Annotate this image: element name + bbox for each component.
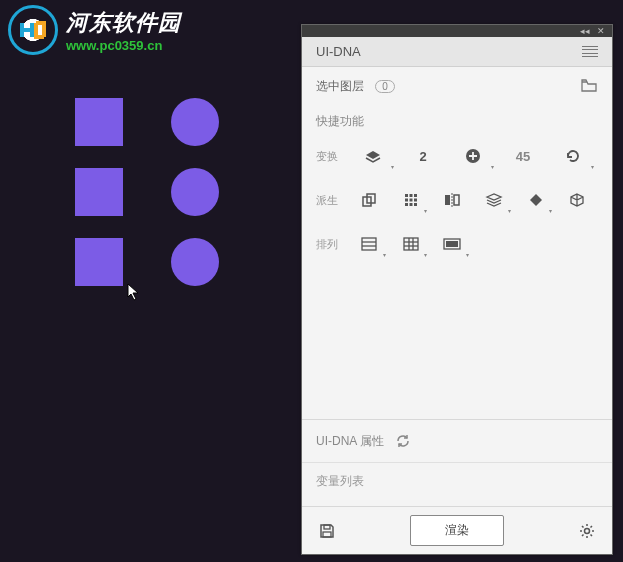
svg-rect-7 (409, 199, 412, 202)
shape-square[interactable] (75, 168, 123, 216)
shape-circle[interactable] (171, 168, 219, 216)
derive-mirror-button[interactable] (431, 184, 473, 216)
close-icon[interactable]: ✕ (596, 26, 606, 36)
svg-rect-11 (414, 203, 417, 206)
selected-layer-count: 0 (375, 80, 395, 93)
svg-rect-9 (405, 203, 408, 206)
derive-row: 派生 ▾ ▾ ▾ (302, 178, 612, 222)
panel-chrome: ◂◂ ✕ (302, 25, 612, 37)
derive-label: 派生 (316, 193, 348, 208)
svg-rect-24 (446, 241, 458, 247)
arrange-fit-button[interactable]: ▾ (431, 228, 473, 260)
quick-functions-label: 快捷功能 (302, 105, 612, 134)
shape-circle[interactable] (171, 98, 219, 146)
shape-circle[interactable] (171, 238, 219, 286)
save-icon[interactable] (316, 523, 338, 539)
render-button[interactable]: 渲染 (410, 515, 504, 546)
svg-rect-13 (454, 195, 459, 205)
svg-rect-10 (409, 203, 412, 206)
derive-grid-button[interactable]: ▾ (390, 184, 432, 216)
properties-header: UI-DNA 属性 (302, 420, 612, 462)
refresh-icon[interactable] (394, 432, 412, 450)
arrange-table-button[interactable]: ▾ (348, 228, 390, 260)
panel-tab-bar: UI-DNA (302, 37, 612, 67)
ui-dna-panel: ◂◂ ✕ UI-DNA 选中图层 0 快捷功能 变换 (301, 24, 613, 555)
watermark-logo (8, 5, 58, 55)
derive-diamond-button[interactable]: ▾ (515, 184, 557, 216)
svg-rect-15 (362, 238, 376, 250)
svg-point-27 (585, 528, 590, 533)
variable-list-label: 变量列表 (302, 462, 612, 506)
watermark-title: 河东软件园 (66, 8, 181, 38)
svg-rect-6 (405, 199, 408, 202)
panel-footer: 渲染 (302, 506, 612, 554)
transform-rotate-button[interactable]: ▾ (548, 140, 598, 172)
derive-copy-button[interactable] (348, 184, 390, 216)
collapse-icon[interactable]: ◂◂ (580, 26, 590, 36)
shape-square[interactable] (75, 98, 123, 146)
svg-rect-5 (414, 194, 417, 197)
svg-rect-12 (445, 195, 450, 205)
transform-label: 变换 (316, 149, 348, 164)
transform-value-2[interactable]: 2 (398, 140, 448, 172)
svg-rect-3 (405, 194, 408, 197)
transform-value-45[interactable]: 45 (498, 140, 548, 172)
panel-tab-title[interactable]: UI-DNA (316, 44, 361, 59)
selected-layer-label: 选中图层 (316, 79, 364, 93)
derive-stack-button[interactable]: ▾ (473, 184, 515, 216)
transform-layers-button[interactable]: ▾ (348, 140, 398, 172)
watermark-url: www.pc0359.cn (66, 38, 181, 53)
svg-rect-25 (324, 525, 330, 529)
svg-rect-18 (404, 238, 418, 250)
panel-menu-icon[interactable] (582, 46, 598, 58)
arrange-grid-button[interactable]: ▾ (390, 228, 432, 260)
transform-row: 变换 ▾ 2 ▾ 45 ▾ (302, 134, 612, 178)
properties-label: UI-DNA 属性 (316, 433, 384, 450)
cursor-icon (127, 283, 141, 301)
canvas-area[interactable] (0, 0, 300, 562)
svg-rect-8 (414, 199, 417, 202)
folder-icon[interactable] (580, 77, 598, 95)
watermark: 河东软件园 www.pc0359.cn (8, 5, 181, 55)
arrange-label: 排列 (316, 237, 348, 252)
settings-icon[interactable] (576, 523, 598, 539)
svg-rect-4 (409, 194, 412, 197)
derive-cube-button[interactable] (556, 184, 598, 216)
arrange-row: 排列 ▾ ▾ ▾ (302, 222, 612, 266)
shape-square[interactable] (75, 238, 123, 286)
transform-add-button[interactable]: ▾ (448, 140, 498, 172)
